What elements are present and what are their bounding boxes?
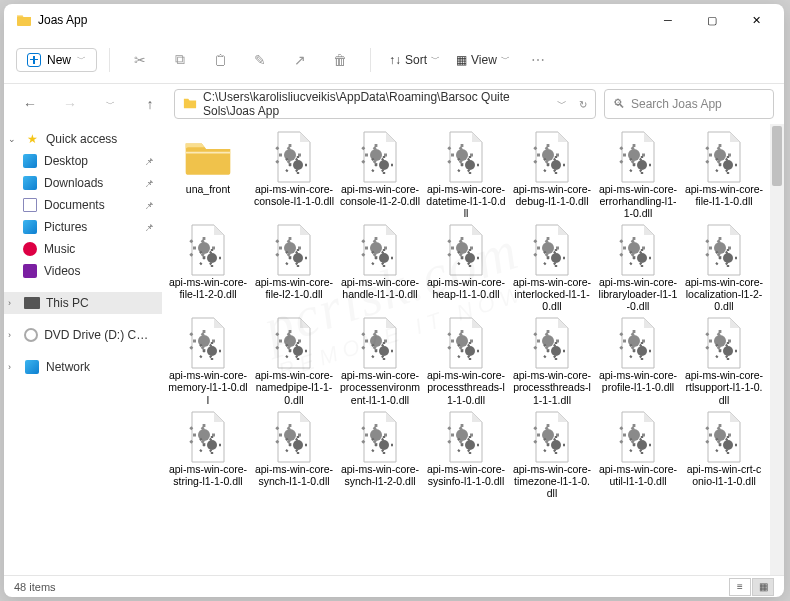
dll-icon xyxy=(355,412,405,462)
dvd-drive[interactable]: ›DVD Drive (D:) CCCC xyxy=(4,324,162,346)
share-icon[interactable]: ↗ xyxy=(282,44,318,76)
file-item[interactable]: api-ms-win-core-util-l1-1-0.dll xyxy=(596,410,680,501)
rename-icon[interactable]: ✎ xyxy=(242,44,278,76)
refresh-icon[interactable]: ↻ xyxy=(579,99,587,110)
file-label: api-ms-win-crt-conio-l1-1-0.dll xyxy=(684,463,764,487)
address-bar[interactable]: C:\Users\karolisliucveikis\AppData\Roami… xyxy=(174,89,596,119)
sidebar: ⌄★Quick access Desktop📌︎Downloads📌︎Docum… xyxy=(4,124,162,575)
back-button[interactable]: ← xyxy=(14,88,46,120)
dll-icon xyxy=(441,132,491,182)
file-item[interactable]: api-ms-win-core-sysinfo-l1-1-0.dll xyxy=(424,410,508,501)
svg-point-15 xyxy=(293,253,303,263)
file-item[interactable]: api-ms-win-core-processenvironment-l1-1-… xyxy=(338,316,422,407)
file-label: api-ms-win-core-string-l1-1-0.dll xyxy=(168,463,248,487)
file-item[interactable]: api-ms-win-core-processthreads-l1-1-1.dl… xyxy=(510,316,594,407)
paste-icon[interactable]: 📋︎ xyxy=(202,44,238,76)
pin-icon: 📌︎ xyxy=(144,200,154,211)
sidebar-item-downloads[interactable]: Downloads📌︎ xyxy=(4,172,162,194)
file-item[interactable]: api-ms-win-core-interlocked-l1-1-0.dll xyxy=(510,223,594,314)
file-item[interactable]: api-ms-win-core-localization-l1-2-0.dll xyxy=(682,223,766,314)
file-item[interactable]: api-ms-win-core-string-l1-1-0.dll xyxy=(166,410,250,501)
file-pane[interactable]: una_frontapi-ms-win-core-console-l1-1-0.… xyxy=(162,124,784,575)
file-item[interactable]: api-ms-win-core-memory-l1-1-0.dll xyxy=(166,316,250,407)
file-label: api-ms-win-core-localization-l1-2-0.dll xyxy=(684,276,764,312)
file-item[interactable]: api-ms-win-core-rtlsupport-l1-1-0.dll xyxy=(682,316,766,407)
file-item[interactable]: api-ms-win-core-profile-l1-1-0.dll xyxy=(596,316,680,407)
file-item[interactable]: api-ms-win-core-file-l1-2-0.dll xyxy=(166,223,250,314)
svg-point-45 xyxy=(379,440,389,450)
dll-icon xyxy=(527,412,577,462)
file-item[interactable]: api-ms-win-core-timezone-l1-1-0.dll xyxy=(510,410,594,501)
file-item[interactable]: api-ms-win-core-processthreads-l1-1-0.dl… xyxy=(424,316,508,407)
svg-point-41 xyxy=(207,440,217,450)
dll-icon xyxy=(527,225,577,275)
svg-point-53 xyxy=(723,440,733,450)
svg-point-47 xyxy=(465,440,475,450)
file-label: api-ms-win-core-errorhandling-l1-1-0.dll xyxy=(598,183,678,219)
copy-icon[interactable]: ⧉ xyxy=(162,44,198,76)
file-label: api-ms-win-core-libraryloader-l1-1-0.dll xyxy=(598,276,678,312)
sort-button[interactable]: ↑↓ Sort ﹀ xyxy=(383,49,446,71)
folder-item[interactable]: una_front xyxy=(166,130,250,221)
new-button[interactable]: New ﹀ xyxy=(16,48,97,72)
file-item[interactable]: api-ms-win-core-handle-l1-1-0.dll xyxy=(338,223,422,314)
details-view-button[interactable]: ≡ xyxy=(729,578,751,596)
file-item[interactable]: api-ms-win-core-synch-l1-1-0.dll xyxy=(252,410,336,501)
file-label: api-ms-win-core-interlocked-l1-1-0.dll xyxy=(512,276,592,312)
file-item[interactable]: api-ms-win-core-errorhandling-l1-1-0.dll xyxy=(596,130,680,221)
svg-point-19 xyxy=(465,253,475,263)
svg-point-35 xyxy=(551,346,561,356)
scrollbar[interactable] xyxy=(770,124,784,575)
dll-icon xyxy=(527,318,577,368)
folder-icon xyxy=(16,12,32,28)
chevron-down-icon[interactable]: ﹀ xyxy=(557,97,567,111)
file-item[interactable]: api-ms-win-core-datetime-l1-1-0.dll xyxy=(424,130,508,221)
quick-access[interactable]: ⌄★Quick access xyxy=(4,128,162,150)
more-icon[interactable]: ⋯ xyxy=(520,44,556,76)
delete-icon[interactable]: 🗑︎ xyxy=(322,44,358,76)
maximize-button[interactable]: ▢ xyxy=(690,5,734,35)
network[interactable]: ›Network xyxy=(4,356,162,378)
close-button[interactable]: ✕ xyxy=(734,5,778,35)
file-item[interactable]: api-ms-win-core-console-l1-2-0.dll xyxy=(338,130,422,221)
svg-point-1 xyxy=(293,160,303,170)
cut-icon[interactable]: ✂ xyxy=(122,44,158,76)
icons-view-button[interactable]: ▦ xyxy=(752,578,774,596)
file-item[interactable]: api-ms-win-core-synch-l1-2-0.dll xyxy=(338,410,422,501)
up-dir-button[interactable]: ↑ xyxy=(134,88,166,120)
sidebar-item-videos[interactable]: Videos xyxy=(4,260,162,282)
status-bar: 48 items ≡ ▦ xyxy=(4,575,784,597)
file-label: api-ms-win-core-console-l1-1-0.dll xyxy=(254,183,334,207)
up-button[interactable]: ﹀ xyxy=(94,88,126,120)
file-item[interactable]: api-ms-win-core-heap-l1-1-0.dll xyxy=(424,223,508,314)
search-input[interactable]: 🔍︎ Search Joas App xyxy=(604,89,774,119)
titlebar[interactable]: Joas App ─ ▢ ✕ xyxy=(4,4,784,36)
file-label: api-ms-win-core-datetime-l1-1-0.dll xyxy=(426,183,506,219)
file-item[interactable]: api-ms-win-core-console-l1-1-0.dll xyxy=(252,130,336,221)
file-label: api-ms-win-core-file-l2-1-0.dll xyxy=(254,276,334,300)
file-label: api-ms-win-core-file-l1-1-0.dll xyxy=(684,183,764,207)
dll-icon xyxy=(613,412,663,462)
file-item[interactable]: api-ms-win-core-file-l2-1-0.dll xyxy=(252,223,336,314)
dll-icon xyxy=(269,412,319,462)
this-pc[interactable]: ›This PC xyxy=(4,292,162,314)
file-item[interactable]: api-ms-win-core-libraryloader-l1-1-0.dll xyxy=(596,223,680,314)
scroll-thumb[interactable] xyxy=(772,126,782,186)
file-item[interactable]: api-ms-win-core-debug-l1-1-0.dll xyxy=(510,130,594,221)
pin-icon: 📌︎ xyxy=(144,156,154,167)
file-item[interactable]: api-ms-win-core-namedpipe-l1-1-0.dll xyxy=(252,316,336,407)
file-label: api-ms-win-core-processenvironment-l1-1-… xyxy=(340,369,420,405)
svg-point-7 xyxy=(551,160,561,170)
view-button[interactable]: ▦ View ﹀ xyxy=(450,49,516,71)
sidebar-item-documents[interactable]: Documents📌︎ xyxy=(4,194,162,216)
sidebar-item-desktop[interactable]: Desktop📌︎ xyxy=(4,150,162,172)
file-item[interactable]: api-ms-win-crt-conio-l1-1-0.dll xyxy=(682,410,766,501)
sidebar-item-pictures[interactable]: Pictures📌︎ xyxy=(4,216,162,238)
file-label: api-ms-win-core-sysinfo-l1-1-0.dll xyxy=(426,463,506,487)
file-item[interactable]: api-ms-win-core-file-l1-1-0.dll xyxy=(682,130,766,221)
minimize-button[interactable]: ─ xyxy=(646,5,690,35)
sidebar-item-music[interactable]: Music xyxy=(4,238,162,260)
forward-button[interactable]: → xyxy=(54,88,86,120)
pin-icon: 📌︎ xyxy=(144,222,154,233)
folder-icon xyxy=(183,132,233,182)
